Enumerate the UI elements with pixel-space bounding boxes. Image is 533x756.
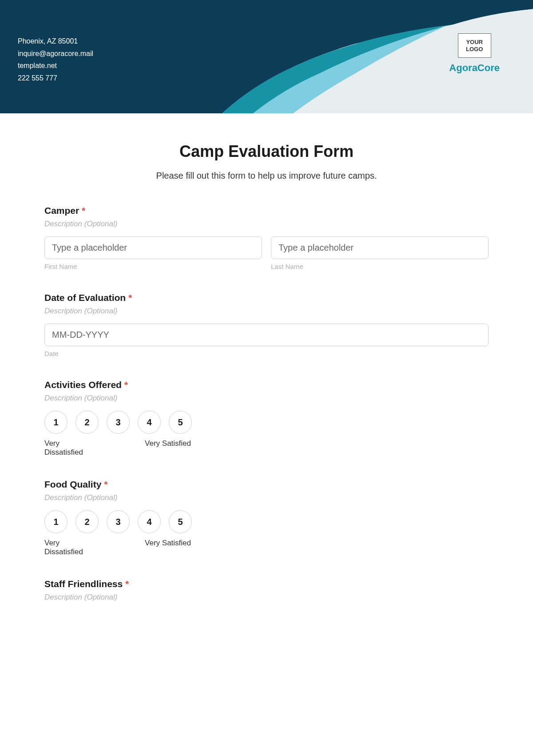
camper-label: Camper * <box>44 205 489 216</box>
activities-field-group: Activities Offered * Description (Option… <box>44 380 489 457</box>
date-sublabel: Date <box>44 350 489 357</box>
rating-option-2[interactable]: 2 <box>76 510 99 533</box>
staff-label: Staff Friendliness * <box>44 579 489 589</box>
form-title: Camp Evaluation Form <box>44 142 489 161</box>
activities-rating-row: 1 2 3 4 5 <box>44 411 489 434</box>
first-name-column: First Name <box>44 236 262 270</box>
rating-label-high: Very Satisfied <box>145 439 191 457</box>
date-input[interactable] <box>44 324 489 346</box>
rating-option-3[interactable]: 3 <box>107 510 130 533</box>
rating-option-1[interactable]: 1 <box>44 510 68 533</box>
company-info-block: Phoenix, AZ 85001 inquire@agoracore.mail… <box>18 36 93 84</box>
required-marker: * <box>125 579 129 589</box>
rating-option-3[interactable]: 3 <box>107 411 130 434</box>
company-website: template.net <box>18 60 93 72</box>
rating-option-2[interactable]: 2 <box>76 411 99 434</box>
camper-input-row: First Name Last Name <box>44 236 489 270</box>
rating-label-high: Very Satisfied <box>145 539 191 556</box>
food-label: Food Quality * <box>44 479 489 490</box>
camper-field-group: Camper * Description (Optional) First Na… <box>44 205 489 270</box>
rating-option-5[interactable]: 5 <box>169 510 192 533</box>
food-rating-row: 1 2 3 4 5 <box>44 510 489 533</box>
company-email: inquire@agoracore.mail <box>18 48 93 60</box>
rating-label-low: Very Dissatisfied <box>44 439 93 457</box>
last-name-column: Last Name <box>271 236 489 270</box>
staff-description: Description (Optional) <box>44 593 489 602</box>
logo-placeholder: YOUR LOGO <box>458 33 491 58</box>
food-description: Description (Optional) <box>44 493 489 502</box>
required-marker: * <box>124 380 128 390</box>
required-marker: * <box>82 205 85 216</box>
date-description: Description (Optional) <box>44 307 489 316</box>
rating-label-low: Very Dissatisfied <box>44 539 93 556</box>
rating-option-4[interactable]: 4 <box>138 411 161 434</box>
rating-option-4[interactable]: 4 <box>138 510 161 533</box>
food-field-group: Food Quality * Description (Optional) 1 … <box>44 479 489 556</box>
camper-description: Description (Optional) <box>44 220 489 228</box>
rating-option-1[interactable]: 1 <box>44 411 68 434</box>
required-marker: * <box>128 292 132 303</box>
required-marker: * <box>104 479 107 489</box>
last-name-sublabel: Last Name <box>271 263 489 270</box>
company-name: AgoraCore <box>449 62 500 74</box>
form-container: Camp Evaluation Form Please fill out thi… <box>0 113 533 642</box>
date-field-group: Date of Evaluation * Description (Option… <box>44 292 489 357</box>
date-label: Date of Evaluation * <box>44 292 489 303</box>
first-name-input[interactable] <box>44 236 262 259</box>
activities-description: Description (Optional) <box>44 394 489 403</box>
rating-option-5[interactable]: 5 <box>169 411 192 434</box>
food-rating-labels: Very Dissatisfied Very Satisfied <box>44 539 191 556</box>
activities-rating-labels: Very Dissatisfied Very Satisfied <box>44 439 191 457</box>
company-phone: 222 555 777 <box>18 72 93 84</box>
logo-area: YOUR LOGO AgoraCore <box>449 33 500 74</box>
last-name-input[interactable] <box>271 236 489 259</box>
first-name-sublabel: First Name <box>44 263 262 270</box>
company-address: Phoenix, AZ 85001 <box>18 36 93 47</box>
page-header: Phoenix, AZ 85001 inquire@agoracore.mail… <box>0 0 533 113</box>
staff-field-group: Staff Friendliness * Description (Option… <box>44 579 489 602</box>
form-subtitle: Please fill out this form to help us imp… <box>44 171 489 181</box>
activities-label: Activities Offered * <box>44 380 489 390</box>
